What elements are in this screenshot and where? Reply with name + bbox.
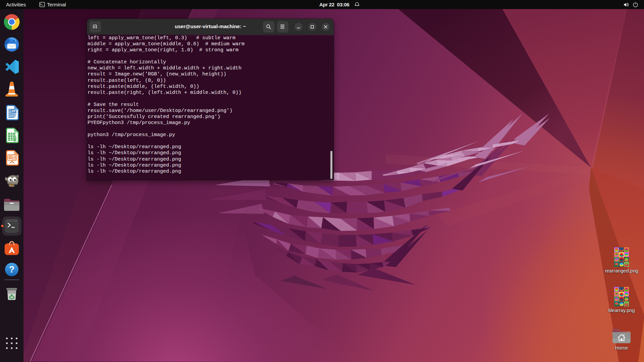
svg-text:?: ? bbox=[9, 264, 15, 275]
